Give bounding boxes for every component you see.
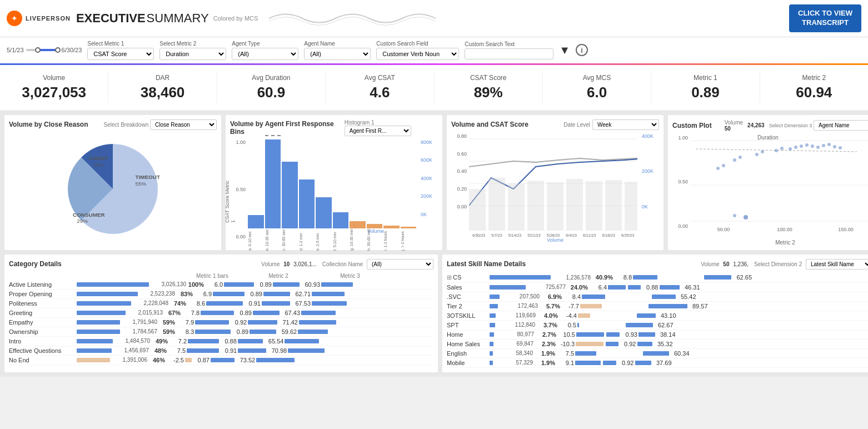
category-name: Ownership (9, 328, 76, 335)
skill-count-value: 1,236, (733, 261, 749, 267)
expand-icon[interactable]: ⊞ (447, 274, 452, 281)
skill-dim2-select[interactable]: Latest Skill Name (806, 259, 868, 270)
scatter-count: 24,263 (747, 122, 765, 128)
breakdown-selector: Select Breakdown Close Reason (104, 119, 217, 130)
skill-m3-bar (635, 361, 651, 365)
custom-text-label: Custom Search Text (465, 41, 553, 47)
skill-m1-bar (576, 342, 603, 346)
skill-name: SPT (447, 322, 488, 328)
custom-search-field-item: Custom Search Field Customer Verb Noun (376, 41, 459, 60)
skill-row: .SVC 207,500 6.9% 8.4 55.42 (447, 292, 868, 302)
toolbar: 5/1/23 6/30/23 Select Metric 1 CSAT Scor… (0, 37, 868, 65)
liveperson-icon (7, 11, 22, 26)
line-chart-header: Volume and CSAT Score Date Level Week (451, 119, 659, 130)
label-c: c. 30-60 sec (282, 228, 298, 251)
kpi-avg-csat: Avg CSAT 4.6 (326, 72, 434, 103)
skill-title: Latest Skill Name Details (447, 260, 526, 268)
svg-point-36 (733, 214, 736, 217)
date-level-select[interactable]: Week (592, 119, 659, 130)
svg-rect-12 (625, 182, 637, 231)
metric3-val: 73.52 (236, 357, 255, 363)
pie-timeout-2 (113, 189, 158, 234)
volume-bar (77, 358, 110, 362)
skill-m3: 38.14 (656, 331, 676, 338)
metric3-bar (301, 311, 336, 315)
volume-pct: 67% (163, 310, 181, 316)
metric2-select[interactable]: Duration (159, 48, 226, 60)
line-volume-label: Volume (451, 237, 659, 243)
skill-row: 3OTSKILL 119,669 4.0% -4.4 43.10 (447, 311, 868, 321)
skill-vol-bar (490, 275, 551, 280)
metric2-val: 0.89 (255, 281, 272, 288)
skill-row: Sales 725,677 24.0% 6.4 0.88 46.31 (447, 283, 868, 292)
line-chart-svg (469, 133, 637, 231)
metric1-select[interactable]: CSAT Score (87, 48, 154, 60)
volume-bar (77, 311, 126, 315)
colored-by-label: Colored by MCS (213, 15, 258, 22)
skill-m1-bar (580, 304, 602, 308)
logo-text: LIVEPERSON (26, 15, 71, 22)
metric3-val: 70.98 (267, 347, 287, 354)
skill-row: Home 80,977 2.7% 10.5 0.93 38.14 (447, 330, 868, 340)
metric3-val: 67.43 (281, 310, 300, 316)
cat-collection-select[interactable]: (All) (367, 259, 433, 270)
volume-pct: 46% (147, 357, 165, 363)
metric3-bar (312, 292, 345, 296)
kpi-avg-mcs: Avg MCS 6.0 (543, 72, 651, 103)
bar-c (282, 162, 298, 228)
metric2-bar (248, 320, 277, 325)
skill-dim2-label: Select Dimension 2 (754, 261, 802, 267)
metric2-bar (211, 358, 235, 362)
skill-m3-bar (704, 275, 731, 280)
svg-point-30 (761, 150, 764, 153)
custom-text-input[interactable] (465, 48, 553, 59)
skill-volume-label: Volume (701, 261, 719, 267)
skill-pct: 6.9% (540, 293, 562, 300)
category-title: Category Details (9, 260, 62, 268)
metric1-bar (187, 348, 219, 353)
dimension3-selector: Select Dimension 3 Agent Name (769, 120, 868, 131)
skill-m3: 60.34 (670, 350, 690, 357)
kpi-metric1-value: 0.89 (656, 84, 755, 101)
bar-a (248, 215, 264, 228)
skill-vol-num: 725,677 (527, 284, 566, 290)
breakdown-select[interactable]: Close Reason (150, 119, 217, 130)
histogram1-select[interactable]: Agent First R... (345, 126, 411, 136)
skill-m3: 89.57 (689, 303, 708, 310)
date-range-item: 5/1/23 6/30/23 (7, 47, 82, 53)
metric2-val: 0.89 (235, 310, 252, 316)
bar-e (316, 197, 332, 228)
date-slider-track[interactable] (26, 49, 59, 51)
info-icon[interactable]: i (576, 44, 588, 56)
category-row: Politeness 2,228,048 74% 8.6 0.91 67.53 (9, 299, 433, 308)
metric3-val: 62.71 (291, 291, 311, 297)
skill-m2-bar (628, 285, 641, 290)
skill-row: Tier 2 172,463 5.7% -7.7 89.57 (447, 302, 868, 311)
custom-search-field-select[interactable]: Customer Verb Noun (376, 48, 459, 60)
skill-row: English 58,340 1.9% 7.5 60.34 (447, 349, 868, 358)
transcript-button[interactable]: CLICK TO VIEW TRANSCRIPT (789, 4, 861, 32)
filter-icon[interactable]: ▼ (559, 44, 570, 57)
svg-rect-8 (547, 182, 563, 231)
cat-volume-control: Volume 10 3,026,1... (261, 261, 317, 267)
scatter-chart-area: 1.00 0.50 0.00 (672, 135, 868, 246)
agent-type-select[interactable]: (All) (232, 48, 298, 60)
skill-m3-bar (660, 285, 680, 290)
dimension3-select[interactable]: Agent Name (814, 120, 868, 131)
svg-point-27 (775, 149, 778, 152)
skill-m1: 0.5 (560, 322, 576, 328)
svg-text:50.00: 50.00 (717, 227, 730, 232)
skill-m1: -10.3 (558, 341, 575, 347)
category-name: Greeting (9, 310, 76, 316)
svg-point-17 (811, 144, 814, 148)
skill-m1: -7.7 (562, 303, 579, 310)
metric1-val: 7.9 (177, 319, 194, 326)
metric3-bar (299, 320, 336, 325)
line-y-axis-right: 400K 200K 0K (640, 133, 659, 237)
scatter-volume-value: 50 (725, 126, 743, 132)
agent-name-select[interactable]: (All) (304, 48, 371, 60)
svg-rect-5 (488, 178, 505, 231)
metric1-val: 6.9 (195, 291, 212, 297)
svg-point-32 (739, 156, 742, 159)
volume-num: 1,784,567 (121, 328, 157, 335)
